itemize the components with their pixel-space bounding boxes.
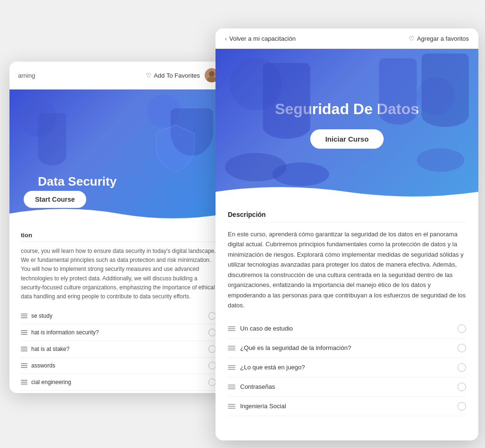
radio-circle[interactable] [458, 383, 466, 391]
front-card-section-title: Descripción [228, 211, 466, 223]
heart-icon: ♡ [409, 35, 414, 42]
course-item-left: hat is information security? [21, 329, 99, 336]
list-icon [21, 363, 27, 368]
radio-circle[interactable] [208, 378, 216, 386]
back-navigation-link[interactable]: ‹ Volver a mi capacitación [225, 35, 296, 42]
shield-decoration [152, 123, 199, 175]
back-card-description: tion course, you will learn how to ensur… [9, 222, 227, 393]
course-item-label: asswords [31, 362, 55, 369]
svg-point-0 [209, 71, 215, 77]
radio-circle[interactable] [458, 344, 466, 352]
course-item-label: ¿Qué es la seguridad de la información? [240, 344, 351, 351]
front-card-description-text: En este curso, aprenderá cómo garantizar… [228, 229, 466, 311]
front-card-course-list: Un caso de estudio ¿Qué es la seguridad … [228, 319, 466, 416]
course-item[interactable]: cial engineering [21, 374, 216, 391]
back-card-course-list: se study hat is information security? ha… [21, 308, 216, 391]
radio-circle[interactable] [208, 362, 216, 369]
course-item-label: Contraseñas [240, 383, 275, 390]
radio-circle[interactable] [458, 324, 466, 333]
course-item[interactable]: Contraseñas [228, 377, 466, 397]
favorites-label: Add To Favorites [154, 72, 200, 79]
list-icon [21, 347, 27, 351]
course-item-left: asswords [21, 362, 55, 369]
hero-wave-front [216, 182, 478, 201]
list-icon [228, 365, 235, 370]
favorites-label: Agregar a favoritos [417, 35, 469, 42]
list-icon [228, 346, 235, 350]
course-item-left: hat is at stake? [21, 346, 70, 352]
svg-point-1 [207, 77, 216, 82]
course-item-left: ¿Qué es la seguridad de la información? [228, 344, 351, 351]
radio-circle[interactable] [208, 329, 216, 336]
back-card-start-btn-wrap: Start Course [24, 191, 86, 208]
course-item-left: Contraseñas [228, 383, 275, 390]
course-item-label: Un caso de estudio [240, 325, 293, 332]
list-icon [21, 380, 27, 385]
course-item-label: cial engineering [31, 379, 71, 385]
course-item[interactable]: ¿Qué es la seguridad de la información? [228, 339, 466, 358]
back-card-description-text: course, you will learn how to ensure dat… [21, 247, 216, 301]
course-item-left: ¿Lo que está en juego? [228, 364, 305, 371]
course-item[interactable]: asswords [21, 358, 216, 374]
favorites-link[interactable]: ♡ Agregar a favoritos [409, 35, 469, 42]
list-icon [228, 404, 235, 409]
list-icon [228, 385, 235, 389]
radio-circle[interactable] [208, 312, 216, 320]
front-card-description: Descripción En este curso, aprenderá cóm… [216, 200, 478, 427]
course-item[interactable]: se study [21, 308, 216, 324]
list-icon [228, 326, 235, 331]
front-card-navbar: ‹ Volver a mi capacitación ♡ Agregar a f… [216, 28, 478, 49]
course-item-label: ¿Lo que está en juego? [240, 364, 305, 371]
course-item-left: se study [21, 313, 53, 319]
course-item[interactable]: Un caso de estudio [228, 319, 466, 339]
course-item[interactable]: Ingeniería Social [228, 397, 466, 416]
back-nav-label: Volver a mi capacitación [229, 35, 296, 42]
radio-circle[interactable] [458, 402, 466, 411]
course-item[interactable]: hat is information security? [21, 324, 216, 341]
front-card-hero: Seguridad De Datos Iniciar Curso [216, 49, 478, 200]
list-icon [21, 330, 27, 335]
back-card-nav-right: ♡ Add To Favorites [146, 68, 219, 82]
back-card-start-button[interactable]: Start Course [24, 191, 86, 208]
course-item[interactable]: hat is at stake? [21, 341, 216, 358]
course-item-label: hat is at stake? [31, 346, 70, 352]
radio-circle[interactable] [458, 363, 466, 372]
hero-decoration-4 [417, 148, 464, 172]
back-card: arning ♡ Add To Favorites [9, 62, 227, 393]
course-item-label: se study [31, 313, 53, 319]
radio-circle[interactable] [208, 345, 216, 353]
course-item-left: cial engineering [21, 379, 71, 385]
course-item-left: Ingeniería Social [228, 403, 286, 410]
course-item[interactable]: ¿Lo que está en juego? [228, 358, 466, 377]
back-card-hero: Data Security Start Course [9, 90, 227, 222]
back-card-section-title: tion [21, 232, 216, 242]
course-item-label: Ingeniería Social [240, 403, 286, 410]
back-card-app-name: arning [18, 72, 35, 79]
heart-icon: ♡ [146, 72, 152, 79]
back-card-navbar: arning ♡ Add To Favorites [9, 62, 227, 90]
front-card: ‹ Volver a mi capacitación ♡ Agregar a f… [216, 28, 478, 440]
start-course-button[interactable]: Iniciar Curso [310, 129, 384, 149]
chevron-left-icon: ‹ [225, 36, 227, 42]
course-item-label: hat is information security? [31, 329, 99, 336]
course-item-left: Un caso de estudio [228, 325, 293, 332]
list-icon [21, 314, 27, 318]
back-card-favorites-link[interactable]: ♡ Add To Favorites [146, 72, 200, 79]
